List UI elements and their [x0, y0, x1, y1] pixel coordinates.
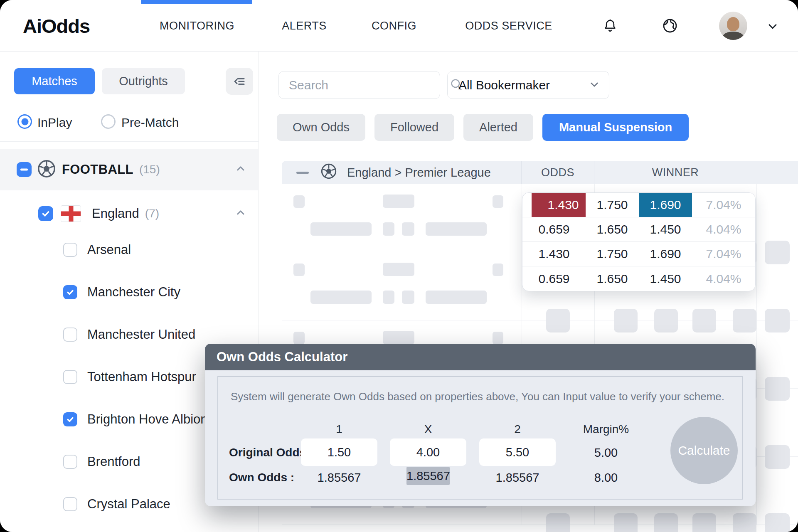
bell-icon[interactable]	[602, 18, 618, 34]
team-checkbox[interactable]	[63, 497, 77, 511]
radio-inplay-label: InPlay	[37, 114, 72, 131]
col-header-1: 1	[327, 423, 352, 436]
country-label: England	[92, 206, 139, 221]
group-header-cell: England > Premier League	[282, 161, 522, 184]
odds-cell-draw[interactable]: 1.750	[586, 242, 639, 266]
globe-icon[interactable]	[662, 17, 678, 34]
original-odds-input-2[interactable]	[479, 438, 556, 466]
original-odds-label: Original Odds :	[229, 446, 313, 459]
team-label: Tottenham Hotspur	[87, 369, 196, 384]
own-odds-value-2: 1.85567	[488, 471, 547, 485]
filter-bar: Own Odds Followed Alerted Manual Suspens…	[277, 114, 689, 141]
radio-prematch[interactable]	[101, 114, 116, 129]
filter-followed[interactable]: Followed	[374, 114, 454, 141]
team-checkbox[interactable]	[63, 412, 77, 426]
filter-manual-suspension[interactable]: Manual Suspension	[542, 114, 689, 141]
team-label: Crystal Palace	[87, 497, 170, 512]
own-margin-value: 8.00	[585, 471, 627, 485]
radio-inplay[interactable]	[17, 114, 32, 129]
chevron-up-icon[interactable]	[235, 163, 246, 176]
collapse-dash-icon[interactable]	[296, 172, 309, 174]
winner-column-header: WINNER	[594, 161, 756, 184]
odds-card: 1.430 1.750 1.690 7.04% 0.659 1.650 1.45…	[522, 192, 756, 291]
chevron-up-icon[interactable]	[235, 207, 246, 220]
collapse-sidebar-button[interactable]	[226, 68, 253, 95]
odds-cell-draw[interactable]: 1.750	[586, 193, 639, 217]
original-odds-input-x[interactable]	[390, 438, 466, 466]
odds-cell-away[interactable]: 1.690	[639, 242, 692, 266]
england-flag-icon	[61, 205, 81, 222]
mode-radio-group: InPlay Pre-Match	[0, 114, 259, 131]
team-row-arsenal[interactable]: Arsenal	[0, 229, 259, 271]
england-checkbox[interactable]	[38, 206, 53, 221]
sport-label: FOOTBALL	[62, 162, 133, 177]
calculate-button[interactable]: Calculate	[670, 417, 738, 484]
original-odds-input-1[interactable]	[301, 438, 377, 466]
odds-cell-draw[interactable]: 1.650	[586, 266, 639, 291]
modal-header[interactable]: Own Odds Calculator	[205, 344, 756, 370]
tab-odds-service[interactable]: ODDS SERVICE	[460, 0, 558, 52]
own-odds-calculator-modal: Own Odds Calculator System will generate…	[205, 344, 756, 506]
odds-cell-draw[interactable]: 1.650	[586, 217, 639, 241]
tab-monitoring[interactable]: MONITORING	[155, 0, 239, 52]
divider	[0, 141, 259, 142]
odds-cell-away[interactable]: 1.450	[639, 266, 692, 291]
tab-config[interactable]: CONFIG	[368, 0, 420, 52]
team-label: Brighton Hove Albion	[87, 412, 208, 427]
own-odds-value-x: 1.85567	[406, 467, 450, 485]
navbar: AiOdds MONITORING ALERTS CONFIG ODDS SER…	[0, 0, 798, 52]
filter-own-odds[interactable]: Own Odds	[277, 114, 365, 141]
odds-column-header: ODDS	[522, 161, 594, 184]
team-label: Manchester United	[87, 327, 195, 342]
odds-cell-home[interactable]: 1.430	[522, 242, 586, 266]
sport-count: (15)	[139, 163, 160, 176]
margin-cell: 4.04%	[692, 266, 755, 291]
odds-cell-away[interactable]: 1.690	[639, 193, 692, 217]
search-input[interactable]	[289, 78, 449, 92]
team-checkbox[interactable]	[63, 285, 77, 299]
odds-row: 0.659 1.650 1.450 4.04%	[522, 266, 755, 291]
app-window: AiOdds MONITORING ALERTS CONFIG ODDS SER…	[0, 0, 798, 532]
margin-cell: 4.04%	[692, 217, 755, 241]
odds-cell-away[interactable]: 1.450	[639, 217, 692, 241]
own-odds-value-1: 1.85567	[310, 471, 368, 485]
team-label: Brentford	[87, 454, 140, 469]
odds-row: 1.430 1.750 1.690 7.04%	[522, 242, 755, 266]
app-logo: AiOdds	[23, 0, 90, 52]
col-header-2: 2	[505, 423, 530, 436]
odds-cell-home[interactable]: 0.659	[522, 217, 586, 241]
football-checkbox[interactable]	[17, 162, 32, 177]
odds-cell-home[interactable]: 0.659	[522, 266, 586, 291]
original-margin-value: 5.00	[585, 446, 627, 460]
team-row-manchester-city[interactable]: Manchester City	[0, 271, 259, 313]
team-label: Arsenal	[87, 242, 131, 257]
odds-cell-home[interactable]: 1.430	[532, 193, 586, 217]
avatar[interactable]	[719, 12, 747, 40]
sidebar-item-football[interactable]: FOOTBALL (15)	[0, 149, 259, 190]
tab-alerts[interactable]: ALERTS	[278, 0, 330, 52]
col-header-x: X	[416, 423, 441, 436]
bookmaker-select[interactable]: All Bookermaker	[447, 71, 609, 99]
team-checkbox[interactable]	[63, 455, 77, 469]
country-count: (7)	[145, 207, 159, 220]
team-checkbox[interactable]	[63, 243, 77, 257]
modal-title: Own Odds Calculator	[217, 350, 347, 365]
chevron-down-icon	[588, 78, 601, 92]
filter-alerted[interactable]: Alerted	[463, 114, 533, 141]
margin-cell: 7.04%	[692, 193, 755, 217]
sidebar-item-england[interactable]: England (7)	[0, 194, 259, 234]
modal-message: System will generate Own Odds based on p…	[231, 390, 724, 403]
matches-button[interactable]: Matches	[14, 68, 95, 94]
football-icon	[37, 159, 56, 180]
search-box	[278, 71, 440, 99]
own-odds-label: Own Odds :	[229, 471, 294, 484]
team-checkbox[interactable]	[63, 328, 77, 342]
odds-row: 0.659 1.650 1.450 4.04%	[522, 217, 755, 242]
outrights-button[interactable]: Outrights	[102, 68, 185, 94]
radio-prematch-label: Pre-Match	[121, 114, 179, 131]
league-breadcrumb: England > Premier League	[347, 166, 491, 180]
chevron-down-icon[interactable]	[766, 20, 779, 33]
football-icon	[320, 163, 337, 182]
team-checkbox[interactable]	[63, 370, 77, 384]
table-header: England > Premier League ODDS WINNER	[282, 161, 798, 184]
